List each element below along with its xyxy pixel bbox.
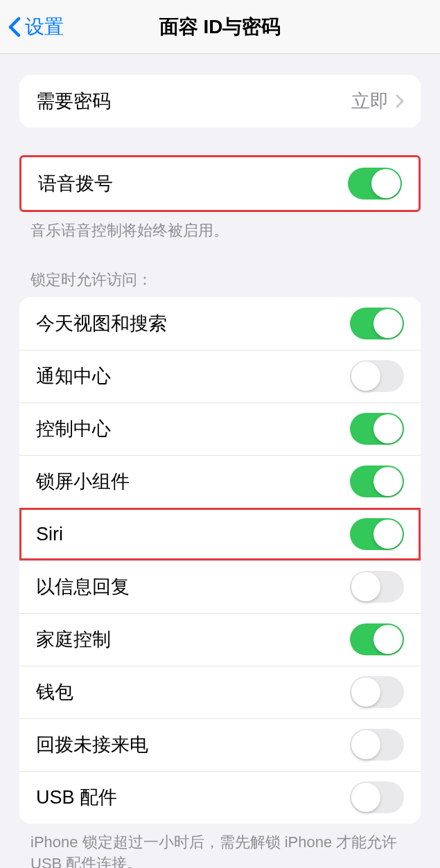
lock-access-header: 锁定时允许访问： [30, 269, 410, 290]
require-passcode-label: 需要密码 [36, 89, 111, 114]
lock-access-footer: iPhone 锁定超过一小时后，需先解锁 iPhone 才能允许USB 配件连接… [30, 832, 410, 868]
lock-access-label: 回拨未接来电 [36, 732, 148, 757]
lock-access-row: Siri [19, 508, 421, 560]
lock-access-row: 钱包 [19, 666, 421, 718]
lock-access-label: 钱包 [36, 680, 73, 705]
lock-access-label: 以信息回复 [36, 574, 130, 599]
lock-access-toggle[interactable] [350, 308, 404, 339]
lock-access-label: 控制中心 [36, 416, 111, 441]
chevron-left-icon [8, 17, 21, 37]
lock-access-toggle[interactable] [350, 676, 404, 708]
lock-access-row: 以信息回复 [19, 560, 421, 613]
lock-access-row: 控制中心 [19, 402, 421, 455]
back-button[interactable]: 设置 [8, 14, 64, 40]
chevron-right-icon [396, 94, 404, 108]
lock-access-label: USB 配件 [36, 785, 117, 810]
lock-access-label: 家庭控制 [36, 627, 111, 652]
voice-dial-row: 语音拨号 [21, 157, 419, 210]
lock-access-toggle[interactable] [350, 623, 404, 655]
lock-access-label: 通知中心 [36, 364, 111, 389]
lock-access-row: USB 配件 [19, 771, 421, 824]
lock-access-toggle[interactable] [350, 413, 404, 445]
voice-dial-toggle[interactable] [348, 168, 402, 200]
require-passcode-value: 立即 [351, 89, 389, 114]
lock-access-toggle[interactable] [350, 729, 404, 761]
voice-dial-group: 语音拨号 [19, 155, 421, 212]
require-passcode-group: 需要密码 立即 [19, 75, 421, 127]
lock-access-group: 今天视图和搜索通知中心控制中心锁屏小组件Siri以信息回复家庭控制钱包回拨未接来… [19, 297, 421, 824]
require-passcode-row[interactable]: 需要密码 立即 [19, 75, 421, 127]
lock-access-toggle[interactable] [350, 518, 404, 550]
lock-access-toggle[interactable] [350, 360, 404, 392]
lock-access-toggle[interactable] [350, 781, 404, 813]
lock-access-row: 家庭控制 [19, 613, 421, 666]
lock-access-toggle[interactable] [350, 466, 404, 497]
lock-access-label: Siri [36, 524, 63, 545]
lock-access-toggle[interactable] [350, 571, 404, 603]
lock-access-label: 锁屏小组件 [36, 469, 130, 494]
lock-access-row: 通知中心 [19, 350, 421, 402]
voice-dial-label: 语音拨号 [38, 171, 113, 196]
page-title: 面容 ID与密码 [159, 14, 281, 40]
lock-access-row: 回拨未接来电 [19, 718, 421, 771]
back-label: 设置 [25, 14, 64, 40]
lock-access-row: 锁屏小组件 [19, 455, 421, 508]
lock-access-row: 今天视图和搜索 [19, 297, 421, 350]
lock-access-label: 今天视图和搜索 [36, 311, 167, 336]
voice-dial-footer: 音乐语音控制将始终被启用。 [30, 220, 410, 242]
nav-header: 设置 面容 ID与密码 [0, 0, 440, 54]
